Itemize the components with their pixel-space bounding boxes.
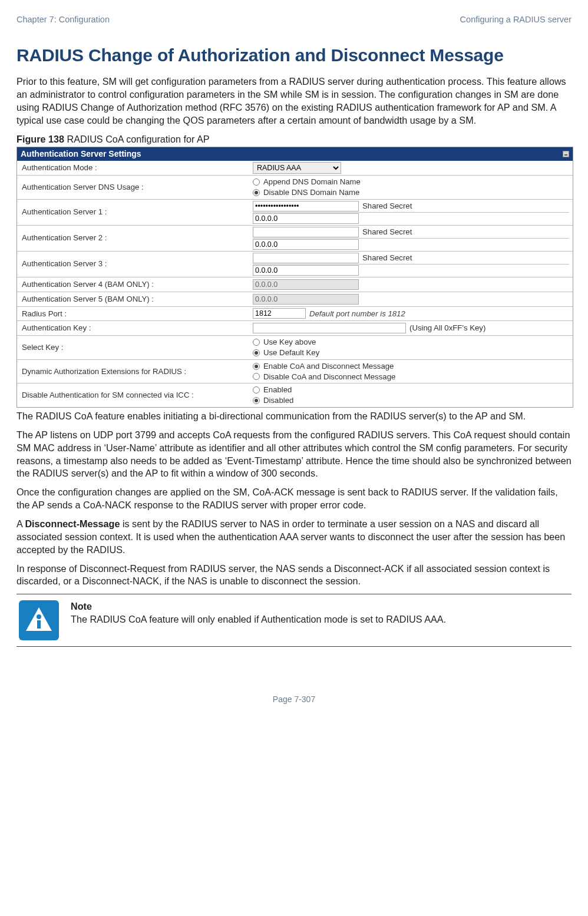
option-coa-enable: Enable CoA and Disconnect Message bbox=[263, 361, 394, 372]
server-1-addr[interactable] bbox=[253, 213, 359, 224]
paragraph-coa-overview: The RADIUS CoA feature enables initiatin… bbox=[16, 410, 572, 423]
label-disable-auth-icc: Disable Authentication for SM connected … bbox=[17, 383, 253, 407]
config-panel: Authentication Server Settings Authentic… bbox=[16, 147, 573, 408]
row-server-5: Authentication Server 5 (BAM ONLY) : bbox=[17, 292, 573, 306]
radio-key-above[interactable] bbox=[253, 339, 260, 346]
note-title: Note bbox=[71, 600, 572, 613]
server-2-secret[interactable] bbox=[253, 227, 359, 237]
figure-caption: Figure 138 RADIUS CoA configuration for … bbox=[16, 133, 572, 146]
note-icon bbox=[19, 600, 59, 640]
auth-key-input[interactable] bbox=[253, 323, 406, 333]
page-footer: Page 7-307 bbox=[16, 694, 572, 705]
row-dns-usage: Authentication Server DNS Usage : Append… bbox=[17, 175, 573, 199]
option-key-default: Use Default Key bbox=[263, 348, 319, 358]
figure-number: Figure 138 bbox=[16, 134, 64, 144]
paragraph-disconnect: A Disconnect-Message is sent by the RADI… bbox=[16, 518, 572, 557]
server-3-addr[interactable] bbox=[253, 265, 359, 276]
option-dns-disable: Disable DNS Domain Name bbox=[263, 187, 359, 198]
label-auth-mode: Authentication Mode : bbox=[17, 161, 253, 175]
label-server-2: Authentication Server 2 : bbox=[17, 226, 253, 251]
option-coa-disable: Disable CoA and Disconnect Message bbox=[263, 372, 395, 382]
disconnect-pre: A bbox=[16, 518, 25, 529]
radio-icc-enabled[interactable] bbox=[253, 386, 260, 393]
note-box: Note The RADIUS CoA feature will only en… bbox=[16, 594, 572, 647]
paragraph-coa-ack: Once the configuration changes are appli… bbox=[16, 486, 572, 512]
server-1-secret[interactable] bbox=[253, 201, 359, 211]
svg-point-1 bbox=[37, 614, 41, 619]
option-icc-disabled: Disabled bbox=[263, 395, 293, 406]
label-server-3: Authentication Server 3 : bbox=[17, 252, 253, 277]
panel-title: Authentication Server Settings bbox=[21, 148, 141, 160]
panel-titlebar: Authentication Server Settings bbox=[17, 147, 573, 161]
radio-coa-enable[interactable] bbox=[253, 363, 260, 370]
row-server-4: Authentication Server 4 (BAM ONLY) : bbox=[17, 277, 573, 292]
radio-coa-disable[interactable] bbox=[253, 373, 260, 380]
row-dyn-auth: Dynamic Authorization Extensions for RAD… bbox=[17, 359, 573, 383]
minimize-icon[interactable] bbox=[563, 151, 569, 157]
server-1-shared-label: Shared Secret bbox=[362, 201, 412, 211]
row-server-3: Authentication Server 3 : Shared Secret bbox=[17, 251, 573, 277]
page-title: RADIUS Change of Authorization and Disco… bbox=[16, 44, 572, 68]
radio-key-default[interactable] bbox=[253, 349, 260, 356]
page-header: Chapter 7: Configuration Configuring a R… bbox=[16, 14, 572, 26]
svg-rect-2 bbox=[37, 620, 41, 629]
paragraph-disconnect-ack: In response of Disconnect-Request from R… bbox=[16, 563, 572, 588]
label-server-1: Authentication Server 1 : bbox=[17, 200, 253, 225]
server-2-addr[interactable] bbox=[253, 239, 359, 250]
server-3-shared-label: Shared Secret bbox=[362, 253, 412, 263]
server-4-addr[interactable] bbox=[253, 279, 359, 290]
radius-port-hint: Default port number is 1812 bbox=[309, 309, 405, 319]
option-key-above: Use Key above bbox=[263, 337, 316, 348]
note-body: Note The RADIUS CoA feature will only en… bbox=[71, 598, 572, 643]
label-dyn-auth: Dynamic Authorization Extensions for RAD… bbox=[17, 360, 253, 383]
row-disable-auth-icc: Disable Authentication for SM connected … bbox=[17, 383, 573, 407]
row-select-key: Select Key : Use Key above Use Default K… bbox=[17, 335, 573, 359]
paragraph-udp-port: The AP listens on UDP port 3799 and acce… bbox=[16, 429, 572, 480]
radio-dns-disable[interactable] bbox=[253, 189, 260, 196]
label-auth-key: Authentication Key : bbox=[17, 321, 253, 335]
auth-key-hint: (Using All 0xFF's Key) bbox=[409, 323, 485, 333]
disconnect-term: Disconnect-Message bbox=[25, 518, 120, 529]
row-server-2: Authentication Server 2 : Shared Secret bbox=[17, 225, 573, 251]
note-text: The RADIUS CoA feature will only enabled… bbox=[71, 613, 572, 626]
intro-paragraph: Prior to this feature, SM will get confi… bbox=[16, 75, 572, 127]
auth-mode-select[interactable]: RADIUS AAA bbox=[253, 162, 341, 174]
label-server-4: Authentication Server 4 (BAM ONLY) : bbox=[17, 277, 253, 292]
radio-dns-append[interactable] bbox=[253, 178, 260, 186]
row-auth-key: Authentication Key : (Using All 0xFF's K… bbox=[17, 320, 573, 335]
option-icc-enabled: Enabled bbox=[263, 385, 292, 395]
radio-icc-disabled[interactable] bbox=[253, 397, 260, 404]
label-server-5: Authentication Server 5 (BAM ONLY) : bbox=[17, 292, 253, 306]
row-radius-port: Radius Port : Default port number is 181… bbox=[17, 306, 573, 321]
row-auth-mode: Authentication Mode : RADIUS AAA bbox=[17, 161, 573, 175]
label-dns-usage: Authentication Server DNS Usage : bbox=[17, 176, 253, 199]
server-2-shared-label: Shared Secret bbox=[362, 227, 412, 237]
server-5-addr[interactable] bbox=[253, 294, 359, 305]
header-left: Chapter 7: Configuration bbox=[16, 14, 110, 26]
label-select-key: Select Key : bbox=[17, 336, 253, 359]
option-dns-append: Append DNS Domain Name bbox=[263, 177, 361, 187]
label-radius-port: Radius Port : bbox=[17, 307, 253, 321]
server-3-secret[interactable] bbox=[253, 253, 359, 263]
radius-port-input[interactable] bbox=[253, 308, 306, 319]
row-server-1: Authentication Server 1 : Shared Secret bbox=[17, 199, 573, 225]
header-right: Configuring a RADIUS server bbox=[460, 14, 572, 26]
figure-title: RADIUS CoA configuration for AP bbox=[64, 134, 210, 144]
